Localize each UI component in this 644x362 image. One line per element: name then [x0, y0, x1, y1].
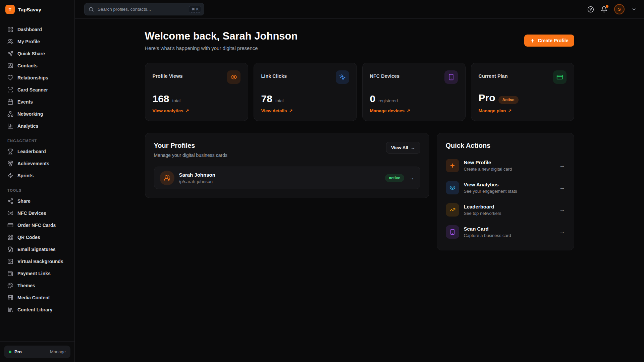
- sidebar-item-achievements[interactable]: Achievements: [4, 158, 70, 170]
- topbar: ⌘ K S: [75, 0, 644, 19]
- sidebar-item-relationships[interactable]: Relationships: [4, 72, 70, 84]
- trending-up-icon: [446, 203, 459, 217]
- quick-action-title: New Profile: [464, 160, 512, 165]
- sidebar-item-quick-share[interactable]: Quick Share: [4, 48, 70, 60]
- stat-unit: registered: [378, 98, 398, 103]
- sidebar-item-dashboard[interactable]: Dashboard: [4, 23, 70, 36]
- external-arrow-icon: ↗: [508, 108, 512, 113]
- profile-list-item[interactable]: Sarah Johnson /p/sarah-johnson active →: [154, 167, 420, 189]
- sidebar-item-share[interactable]: Share: [4, 195, 70, 207]
- sidebar-item-label: Achievements: [17, 161, 49, 166]
- manage-devices-link[interactable]: Manage devices ↗: [370, 108, 458, 113]
- view-details-link[interactable]: View details ↗: [261, 108, 349, 113]
- sidebar-item-label: Themes: [17, 283, 35, 288]
- search-bar[interactable]: ⌘ K: [84, 3, 204, 15]
- sidebar-item-sprints[interactable]: Sprints: [4, 170, 70, 182]
- sidebar-item-qr-codes[interactable]: QR Codes: [4, 231, 70, 243]
- stat-link-label: Manage plan: [479, 108, 506, 113]
- users-round-icon: [164, 175, 170, 181]
- sidebar-item-analytics[interactable]: Analytics: [4, 120, 70, 132]
- quick-action-scan-card[interactable]: Scan Card Capture a business card →: [446, 225, 565, 239]
- plus-icon: [530, 38, 535, 43]
- plan-name: Pro: [14, 349, 22, 354]
- notifications-button[interactable]: [601, 6, 607, 13]
- view-all-button[interactable]: View All →: [386, 142, 420, 154]
- sidebar-item-label: Networking: [17, 111, 43, 117]
- stat-card-link-clicks: Link Clicks 78 total View details ↗: [254, 63, 357, 121]
- manage-plan-link[interactable]: Manage: [50, 349, 66, 354]
- sidebar-item-label: Analytics: [17, 123, 38, 129]
- sidebar-item-label: Email Signatures: [17, 247, 56, 252]
- quick-action-title: Leaderboard: [464, 204, 501, 209]
- brand: T TapSavvy: [0, 0, 74, 19]
- chevron-down-icon[interactable]: [631, 7, 637, 12]
- scan-line-icon: [7, 87, 13, 93]
- stat-unit: total: [275, 98, 284, 103]
- quick-action-leaderboard[interactable]: Leaderboard See top networkers →: [446, 203, 565, 217]
- stat-value: 0: [370, 94, 376, 104]
- sidebar-section-tools: TOOLS: [7, 188, 67, 192]
- quick-action-subtitle: See top networkers: [464, 211, 501, 216]
- plan-active-badge: Active: [498, 96, 519, 104]
- external-arrow-icon: ↗: [289, 108, 293, 113]
- sidebar-item-email-signatures[interactable]: Email Signatures: [4, 243, 70, 255]
- manage-plan-link[interactable]: Manage plan ↗: [479, 108, 567, 113]
- quick-action-new-profile[interactable]: New Profile Create a new digital card →: [446, 159, 565, 172]
- sidebar-item-label: Events: [17, 99, 33, 105]
- sidebar-item-nfc-devices[interactable]: NFC Devices: [4, 207, 70, 219]
- brand-logo-icon: T: [5, 5, 15, 14]
- trophy-icon: [7, 148, 13, 155]
- calendar-icon: [7, 99, 13, 105]
- sidebar-item-leaderboard[interactable]: Leaderboard: [4, 145, 70, 158]
- plan-status-dot-icon: [9, 351, 11, 353]
- sidebar-item-virtual-backgrounds[interactable]: Virtual Backgrounds: [4, 255, 70, 267]
- view-analytics-link[interactable]: View analytics ↗: [153, 108, 240, 113]
- sidebar-item-networking[interactable]: Networking: [4, 108, 70, 120]
- sidebar-item-my-profile[interactable]: My Profile: [4, 36, 70, 48]
- search-input[interactable]: [97, 6, 186, 12]
- user-avatar[interactable]: S: [614, 4, 625, 14]
- stat-link-label: Manage devices: [370, 108, 405, 113]
- sidebar-item-order-nfc-cards[interactable]: Order NFC Cards: [4, 219, 70, 231]
- sidebar-item-label: My Profile: [17, 39, 40, 44]
- quick-action-title: Scan Card: [464, 226, 511, 232]
- sidebar-item-media-content[interactable]: Media Content: [4, 292, 70, 304]
- sidebar-item-payment-links[interactable]: Payment Links: [4, 267, 70, 280]
- plan-pill: Pro Manage: [4, 346, 70, 358]
- palette-icon: [7, 283, 13, 289]
- sidebar-item-label: Payment Links: [17, 271, 51, 276]
- stat-link-label: View details: [261, 108, 287, 113]
- sidebar-item-themes[interactable]: Themes: [4, 280, 70, 292]
- network-icon: [7, 111, 13, 117]
- create-profile-button[interactable]: Create Profile: [524, 35, 574, 47]
- sidebar-item-events[interactable]: Events: [4, 96, 70, 108]
- users-icon: [7, 39, 13, 45]
- sidebar-item-label: Virtual Backgrounds: [17, 259, 63, 264]
- stat-value: 78: [261, 94, 272, 104]
- arrow-right-icon: →: [559, 229, 565, 235]
- sidebar-item-label: Card Scanner: [17, 87, 48, 93]
- stat-value: 168: [153, 94, 169, 104]
- wallet-icon: [7, 270, 13, 277]
- sidebar-item-label: Content Library: [17, 307, 52, 312]
- page-subtitle: Here’s what’s happening with your digita…: [145, 45, 298, 51]
- profile-slug: /p/sarah-johnson: [179, 179, 215, 184]
- contact-card-icon: [7, 63, 13, 69]
- panel-title: Quick Actions: [446, 142, 565, 149]
- film-icon: [7, 295, 13, 301]
- search-icon: [89, 7, 94, 12]
- arrow-right-icon[interactable]: →: [409, 175, 415, 181]
- quick-action-view-analytics[interactable]: View Analytics See your engagement stats…: [446, 181, 565, 194]
- heart-icon: [7, 75, 13, 81]
- radio-icon: [7, 210, 13, 216]
- stat-unit: total: [172, 98, 181, 103]
- sidebar-item-content-library[interactable]: Content Library: [4, 304, 70, 316]
- help-circle-icon: [587, 6, 594, 13]
- help-button[interactable]: [587, 6, 594, 13]
- create-profile-label: Create Profile: [538, 38, 568, 43]
- sidebar-item-card-scanner[interactable]: Card Scanner: [4, 84, 70, 96]
- medal-icon: [7, 161, 13, 167]
- sidebar-section-engagement: ENGAGEMENT: [7, 139, 67, 143]
- sidebar-item-contacts[interactable]: Contacts: [4, 60, 70, 72]
- arrow-right-icon: →: [559, 206, 565, 213]
